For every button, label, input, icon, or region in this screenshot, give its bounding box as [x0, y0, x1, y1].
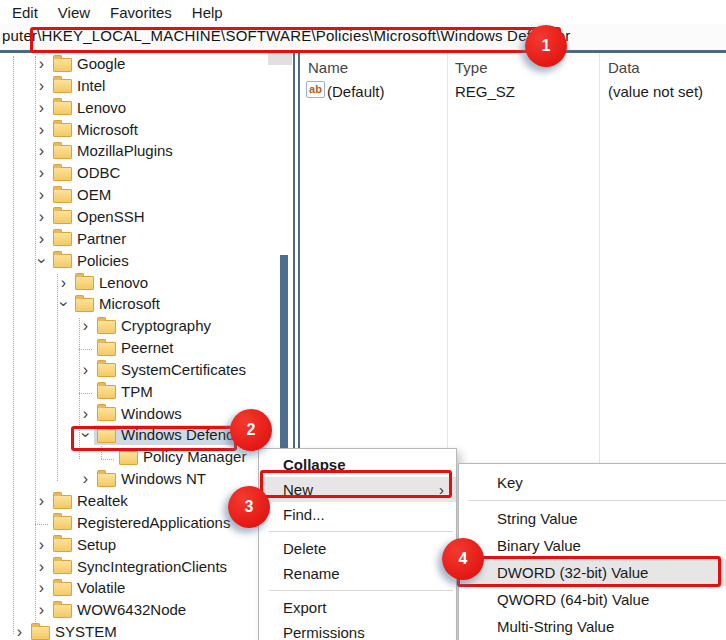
tree-item-content[interactable]: OEM [50, 185, 116, 205]
tree-item-cryptography[interactable]: ›Cryptography [0, 315, 216, 337]
tree-item-intel[interactable]: ›Intel [0, 75, 110, 97]
column-header-type[interactable]: Type [455, 59, 488, 76]
tree-item-content[interactable]: Windows NT [94, 469, 211, 489]
tree-item-registeredapplications[interactable]: RegisteredApplications [0, 512, 235, 534]
tree-item-content[interactable]: SYSTEM [28, 622, 122, 640]
tree-item-content[interactable]: Lenovo [72, 273, 153, 293]
chevron-down-icon[interactable]: › [54, 296, 74, 313]
submenu-binary-value[interactable]: Binary Value [459, 532, 726, 559]
chevron-right-icon[interactable]: › [33, 163, 50, 183]
tree-item-openssh[interactable]: ›OpenSSH [0, 206, 150, 228]
context-menu-export[interactable]: Export [259, 595, 456, 620]
submenu-string-value[interactable]: String Value [459, 505, 726, 532]
address-bar[interactable]: puter\HKEY_LOCAL_MACHINE\SOFTWARE\Polici… [0, 24, 726, 53]
tree-item-content[interactable]: SystemCertificates [94, 360, 251, 380]
chevron-right-icon[interactable]: › [33, 207, 50, 227]
submenu-qword-64-bit-value[interactable]: QWORD (64-bit) Value [459, 586, 726, 613]
tree-item-content[interactable]: Microsoft [50, 120, 143, 140]
tree-item-content[interactable]: Policy Manager [116, 447, 251, 467]
tree-item-oem[interactable]: ›OEM [0, 184, 116, 206]
chevron-right-icon[interactable]: › [11, 622, 28, 640]
tree-item-partner[interactable]: ›Partner [0, 228, 131, 250]
context-menu-rename[interactable]: Rename [259, 561, 456, 586]
context-menu-find[interactable]: Find... [259, 502, 456, 527]
tree-item-windows-defender[interactable]: ›Windows Defender [0, 424, 253, 446]
chevron-right-icon[interactable]: › [33, 120, 50, 140]
tree-item-content[interactable]: Windows [94, 404, 187, 424]
chevron-right-icon[interactable]: › [33, 185, 50, 205]
chevron-right-icon[interactable]: › [77, 360, 94, 380]
submenu-key[interactable]: Key [459, 469, 726, 496]
tree-item-lenovo[interactable]: ›Lenovo [0, 272, 153, 294]
chevron-right-icon[interactable]: › [77, 316, 94, 336]
chevron-right-icon[interactable]: › [33, 491, 50, 511]
tree-item-content[interactable]: Volatile [50, 578, 130, 598]
tree-item-content[interactable]: Peernet [94, 338, 179, 358]
context-menu-collapse[interactable]: Collapse [259, 452, 456, 477]
tree-item-content[interactable]: ODBC [50, 163, 125, 183]
chevron-right-icon[interactable]: › [33, 535, 50, 555]
chevron-right-icon[interactable]: › [77, 469, 94, 489]
chevron-right-icon[interactable]: › [33, 76, 50, 96]
tree-item-odbc[interactable]: ›ODBC [0, 162, 125, 184]
tree-item-content[interactable]: OpenSSH [50, 207, 150, 227]
tree-item-windows-nt[interactable]: ›Windows NT [0, 468, 211, 490]
context-menu-new[interactable]: New› [259, 477, 456, 502]
column-header-data[interactable]: Data [608, 59, 640, 76]
chevron-right-icon[interactable]: › [33, 557, 50, 577]
chevron-right-icon[interactable]: › [55, 273, 72, 293]
tree-item-content[interactable]: Policies [50, 251, 134, 271]
tree-item-system[interactable]: ›SYSTEM [0, 621, 122, 640]
tree-item-policy-manager[interactable]: Policy Manager [0, 446, 251, 468]
context-menu-delete[interactable]: Delete [259, 536, 456, 561]
tree-item-content[interactable]: WOW6432Node [50, 600, 191, 620]
tree-item-tpm[interactable]: TPM [0, 381, 158, 403]
scrollbar-up-button[interactable] [268, 53, 292, 65]
tree-item-content[interactable]: Cryptography [94, 316, 216, 336]
column-header-name[interactable]: Name [308, 59, 348, 76]
tree-item-content[interactable]: MozillaPlugins [50, 141, 178, 161]
tree-item-content[interactable]: TPM [94, 382, 158, 402]
tree-item-mozillaplugins[interactable]: ›MozillaPlugins [0, 140, 178, 162]
tree-item-peernet[interactable]: Peernet [0, 337, 179, 359]
tree-item-content[interactable]: Lenovo [50, 98, 131, 118]
tree-item-content[interactable]: Microsoft [72, 294, 165, 314]
menu-view[interactable]: View [56, 2, 92, 23]
tree-item-content[interactable]: Intel [50, 76, 110, 96]
tree-item-content[interactable]: Setup [50, 535, 121, 555]
tree-item-microsoft[interactable]: ›Microsoft [0, 293, 165, 315]
chevron-right-icon[interactable]: › [33, 54, 50, 74]
tree-item-policies[interactable]: ›Policies [0, 250, 134, 272]
chevron-right-icon[interactable]: › [33, 578, 50, 598]
tree-item-google[interactable]: ›Google [0, 53, 130, 75]
chevron-right-icon[interactable]: › [33, 141, 50, 161]
chevron-down-icon[interactable]: › [32, 252, 52, 269]
submenu-multi-string-value[interactable]: Multi-String Value [459, 613, 726, 640]
tree-item-windows[interactable]: ›Windows [0, 403, 187, 425]
tree-item-content[interactable]: Partner [50, 229, 131, 249]
tree-item-content[interactable]: SyncIntegrationClients [50, 557, 232, 577]
chevron-right-icon[interactable]: › [33, 98, 50, 118]
tree-item-syncintegrationclients[interactable]: ›SyncIntegrationClients [0, 556, 232, 578]
tree-item-volatile[interactable]: ›Volatile [0, 577, 130, 599]
tree-item-realtek[interactable]: ›Realtek [0, 490, 133, 512]
tree-item-lenovo[interactable]: ›Lenovo [0, 97, 131, 119]
menu-favorites[interactable]: Favorites [108, 2, 174, 23]
menu-help[interactable]: Help [190, 2, 225, 23]
context-menu-permissions[interactable]: Permissions [259, 620, 456, 640]
tree-item-microsoft[interactable]: ›Microsoft [0, 119, 143, 141]
chevron-down-icon[interactable]: › [76, 427, 96, 444]
address-path[interactable]: puter\HKEY_LOCAL_MACHINE\SOFTWARE\Polici… [2, 27, 570, 44]
menu-edit[interactable]: Edit [10, 2, 40, 23]
tree-item-systemcertificates[interactable]: ›SystemCertificates [0, 359, 251, 381]
tree-item-content[interactable]: Realtek [50, 491, 133, 511]
chevron-right-icon[interactable]: › [33, 229, 50, 249]
tree-item-content[interactable]: Windows Defender [94, 425, 253, 445]
tree-item-content[interactable]: Google [50, 54, 130, 74]
tree-item-setup[interactable]: ›Setup [0, 534, 121, 556]
submenu-dword-32-bit-value[interactable]: DWORD (32-bit) Value [459, 559, 726, 586]
chevron-right-icon[interactable]: › [33, 600, 50, 620]
tree-item-wow6432node[interactable]: ›WOW6432Node [0, 599, 191, 621]
chevron-right-icon[interactable]: › [77, 404, 94, 424]
tree-item-content[interactable]: RegisteredApplications [50, 513, 235, 533]
